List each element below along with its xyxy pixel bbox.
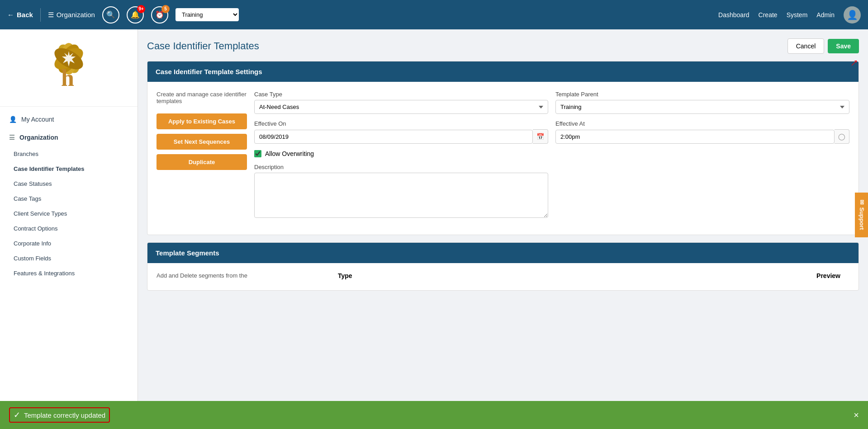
- template-parent-select[interactable]: Training: [555, 100, 849, 114]
- sidebar-nav: 👤 My Account ☰ Organization Branches Cas…: [0, 107, 138, 284]
- main-content: Case Identifier Templates Cancel Save → …: [138, 29, 868, 429]
- sidebar-item-contract-options[interactable]: Contract Options: [0, 221, 138, 236]
- back-label: Back: [17, 11, 33, 19]
- description-textarea[interactable]: [254, 173, 548, 218]
- allow-overwriting-row: Allow Overwriting: [254, 150, 548, 157]
- settings-card-header: Case Identifier Template Settings: [147, 61, 859, 82]
- notifications-badge: 9+: [137, 5, 145, 13]
- nav-links: Dashboard Create System Admin 👤: [718, 6, 861, 24]
- sidebar-item-branches[interactable]: Branches: [0, 146, 138, 161]
- page-title: Case Identifier Templates: [147, 40, 259, 52]
- toast-close-button[interactable]: ×: [854, 410, 859, 420]
- duplicate-button[interactable]: Duplicate: [157, 154, 247, 170]
- effective-at-group: Effective At ◯: [555, 120, 849, 144]
- sidebar-item-case-statuses[interactable]: Case Statuses: [0, 176, 138, 191]
- sidebar-item-custom-fields[interactable]: Custom Fields: [0, 251, 138, 266]
- org-label: Organization: [57, 11, 95, 19]
- custom-fields-label: Custom Fields: [14, 255, 51, 262]
- timer-button[interactable]: ⏰ 5: [151, 6, 168, 24]
- template-parent-label: Template Parent: [555, 91, 849, 98]
- sidebar-item-case-identifier-templates[interactable]: Case Identifier Templates: [0, 161, 138, 176]
- case-type-group: Case Type At-Need Cases: [254, 91, 548, 114]
- org-menu[interactable]: ☰ Organization: [48, 11, 95, 19]
- segments-card-header: Template Segments: [147, 243, 859, 263]
- case-identifier-templates-label: Case Identifier Templates: [14, 165, 85, 172]
- segments-description: Add and Delete segments from the: [157, 272, 247, 279]
- sidebar-item-case-tags[interactable]: Case Tags: [0, 191, 138, 206]
- user-avatar[interactable]: 👤: [844, 6, 861, 24]
- effective-at-input[interactable]: [555, 130, 835, 144]
- allow-overwriting-label: Allow Overwriting: [265, 150, 314, 157]
- sidebar-item-corporate-info[interactable]: Corporate Info: [0, 236, 138, 251]
- page-header: Case Identifier Templates Cancel Save →: [147, 38, 859, 54]
- top-navigation: ← Back ☰ Organization 🔍 🔔 9+ ⏰ 5 Trainin…: [0, 0, 868, 29]
- description-group: Description: [254, 164, 548, 219]
- apply-to-existing-cases-button[interactable]: Apply to Existing Cases: [157, 113, 247, 129]
- segments-card: Template Segments Add and Delete segment…: [147, 242, 859, 291]
- toast-notification: ✓ Template correctly updated ×: [0, 401, 868, 429]
- effective-on-group: Effective On 📅: [254, 120, 548, 144]
- sidebar-logo: h: [0, 29, 138, 107]
- features-integrations-label: Features & Integrations: [14, 270, 75, 277]
- effective-on-input[interactable]: [254, 130, 533, 144]
- set-next-sequences-button[interactable]: Set Next Sequences: [157, 134, 247, 150]
- logo-image: h: [39, 38, 98, 97]
- back-arrow-icon: ←: [7, 11, 14, 19]
- sidebar: h 👤 My Account ☰ Organization Branches C…: [0, 29, 138, 429]
- search-button[interactable]: 🔍: [102, 6, 119, 24]
- sidebar-item-client-service-types[interactable]: Client Service Types: [0, 206, 138, 221]
- effective-at-label: Effective At: [555, 120, 849, 127]
- support-tab[interactable]: ✉ Support: [855, 192, 868, 237]
- sidebar-item-features-integrations[interactable]: Features & Integrations: [0, 266, 138, 281]
- support-label: Support: [859, 207, 865, 230]
- settings-card: Case Identifier Template Settings Create…: [147, 61, 859, 235]
- segments-card-body: Add and Delete segments from the Type Pr…: [147, 263, 859, 290]
- settings-middle-panel: Case Type At-Need Cases Effective On 📅: [254, 91, 548, 226]
- case-type-select[interactable]: At-Need Cases: [254, 100, 548, 114]
- settings-card-body: Create and manage case identifier templa…: [147, 82, 859, 235]
- cancel-button[interactable]: Cancel: [787, 38, 825, 54]
- time-icon[interactable]: ◯: [835, 129, 849, 144]
- allow-overwriting-checkbox[interactable]: [254, 150, 261, 157]
- case-statuses-label: Case Statuses: [14, 180, 52, 187]
- toast-check-icon: ✓: [14, 410, 20, 420]
- admin-link[interactable]: Admin: [816, 11, 835, 19]
- contract-options-label: Contract Options: [14, 225, 58, 232]
- case-tags-label: Case Tags: [14, 195, 41, 202]
- timer-badge: 5: [161, 5, 170, 13]
- my-account-label: My Account: [21, 116, 54, 123]
- sidebar-item-organization[interactable]: ☰ Organization: [0, 128, 138, 146]
- client-service-types-label: Client Service Types: [14, 210, 67, 217]
- sidebar-item-my-account[interactable]: 👤 My Account: [0, 110, 138, 128]
- description-label: Description: [254, 164, 548, 170]
- dashboard-link[interactable]: Dashboard: [718, 11, 749, 19]
- effective-on-label: Effective On: [254, 120, 548, 127]
- svg-text:h: h: [61, 65, 74, 91]
- hamburger-icon: ☰: [48, 11, 54, 19]
- training-select[interactable]: Training: [175, 8, 239, 21]
- create-link[interactable]: Create: [759, 11, 778, 19]
- effective-on-input-wrapper: 📅: [254, 129, 548, 144]
- corporate-info-label: Corporate Info: [14, 240, 51, 247]
- user-icon: 👤: [9, 116, 17, 123]
- support-icon: ✉: [859, 199, 865, 204]
- toast-message: Template correctly updated: [24, 411, 105, 419]
- settings-description: Create and manage case identifier templa…: [157, 91, 247, 104]
- save-button[interactable]: Save: [828, 39, 859, 53]
- template-parent-group: Template Parent Training: [555, 91, 849, 114]
- case-type-label: Case Type: [254, 91, 548, 98]
- effective-at-input-wrapper: ◯: [555, 129, 849, 144]
- branches-label: Branches: [14, 151, 38, 157]
- type-column-label: Type: [338, 272, 352, 279]
- header-actions: Cancel Save →: [787, 38, 859, 54]
- list-icon: ☰: [9, 134, 15, 141]
- back-button[interactable]: ← Back: [7, 11, 33, 19]
- settings-right-panel: Template Parent Training Effective At ◯: [555, 91, 849, 150]
- search-icon: 🔍: [106, 10, 115, 19]
- organization-label: Organization: [19, 134, 58, 141]
- calendar-icon[interactable]: 📅: [533, 129, 548, 144]
- preview-column-label: Preview: [816, 272, 840, 279]
- nav-divider: [40, 8, 41, 22]
- system-link[interactable]: System: [787, 11, 808, 19]
- notifications-button[interactable]: 🔔 9+: [127, 6, 144, 24]
